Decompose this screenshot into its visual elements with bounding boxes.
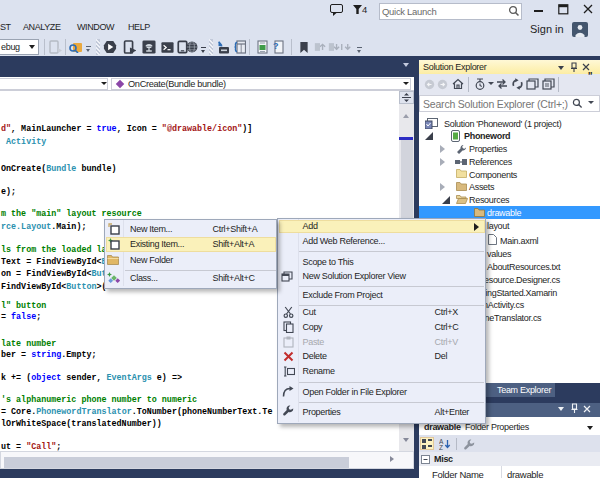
svg-text:Z: Z xyxy=(439,444,443,450)
